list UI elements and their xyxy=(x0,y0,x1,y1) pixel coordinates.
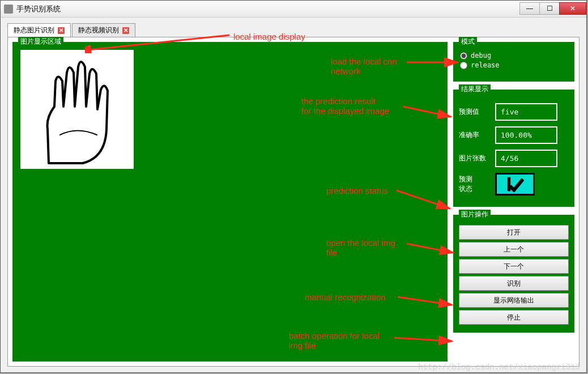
checkmark-icon xyxy=(505,176,525,192)
radio-input-release[interactable] xyxy=(460,62,467,69)
status-label: 预测 状态 xyxy=(459,175,491,194)
app-icon xyxy=(4,5,13,14)
show-output-button[interactable]: 显示网络输出 xyxy=(459,293,569,308)
status-label-l2: 状态 xyxy=(459,185,472,193)
app-window: 手势识别系统 — ☐ ✕ 静态图片识别 静态视频识别 图片显示区域 xyxy=(0,0,587,373)
predicted-label: 预测值 xyxy=(459,107,491,117)
next-button[interactable]: 下一个 xyxy=(459,259,569,274)
tab-label: 静态视频识别 xyxy=(78,26,119,35)
count-label: 图片张数 xyxy=(459,154,491,163)
right-panel: 模式 debug release 结果显示 预测值 five xyxy=(452,41,576,363)
row-status: 预测 状态 xyxy=(459,173,569,196)
tabstrip: 静态图片识别 静态视频识别 xyxy=(7,23,580,37)
radio-label: debug xyxy=(471,52,491,60)
row-accuracy: 准确率 100.00% xyxy=(459,126,569,144)
fieldset-legend: 图片操作 xyxy=(459,210,491,219)
displayed-image xyxy=(20,50,134,169)
window-title: 手势识别系统 xyxy=(16,4,61,14)
close-icon[interactable] xyxy=(58,27,65,34)
tab-panel: 图片显示区域 模式 xyxy=(7,37,580,367)
window-controls: — ☐ ✕ xyxy=(520,3,586,15)
recognize-button[interactable]: 识别 xyxy=(459,276,569,291)
prev-button[interactable]: 上一个 xyxy=(459,242,569,257)
mode-group: 模式 debug release xyxy=(452,41,576,83)
row-predicted: 预测值 five xyxy=(459,103,569,121)
tab-static-video[interactable]: 静态视频识别 xyxy=(72,23,135,37)
close-button[interactable]: ✕ xyxy=(559,2,586,15)
status-label-l1: 预测 xyxy=(459,175,472,183)
hand-icon xyxy=(20,50,134,169)
predicted-value: five xyxy=(495,103,557,121)
open-button[interactable]: 打开 xyxy=(459,225,569,240)
stop-button[interactable]: 停止 xyxy=(459,310,569,325)
image-display-area: 图片显示区域 xyxy=(11,41,449,363)
status-badge xyxy=(495,173,535,196)
radio-debug[interactable]: debug xyxy=(460,52,568,60)
accuracy-label: 准确率 xyxy=(459,130,491,140)
results-group: 结果显示 预测值 five 准确率 100.00% 图片张数 4/56 xyxy=(452,88,576,208)
tab-label: 静态图片识别 xyxy=(14,26,54,35)
count-value: 4/56 xyxy=(495,150,557,167)
tab-static-image[interactable]: 静态图片识别 xyxy=(7,23,71,37)
client-area: 静态图片识别 静态视频识别 图片显示区域 xyxy=(1,18,586,372)
minimize-button[interactable]: — xyxy=(519,2,540,15)
fieldset-legend: 模式 xyxy=(459,37,477,46)
titlebar: 手势识别系统 — ☐ ✕ xyxy=(1,1,586,18)
radio-release[interactable]: release xyxy=(460,61,568,69)
image-ops-group: 图片操作 打开 上一个 下一个 识别 显示网络输出 停止 xyxy=(452,214,576,334)
maximize-button[interactable]: ☐ xyxy=(539,2,560,15)
fieldset-legend: 图片显示区域 xyxy=(18,37,63,46)
close-icon[interactable] xyxy=(122,27,129,34)
fieldset-legend: 结果显示 xyxy=(459,84,491,94)
radio-label: release xyxy=(471,61,500,69)
row-count: 图片张数 4/56 xyxy=(459,150,569,167)
radio-input-debug[interactable] xyxy=(460,52,467,60)
accuracy-value: 100.00% xyxy=(495,126,557,144)
